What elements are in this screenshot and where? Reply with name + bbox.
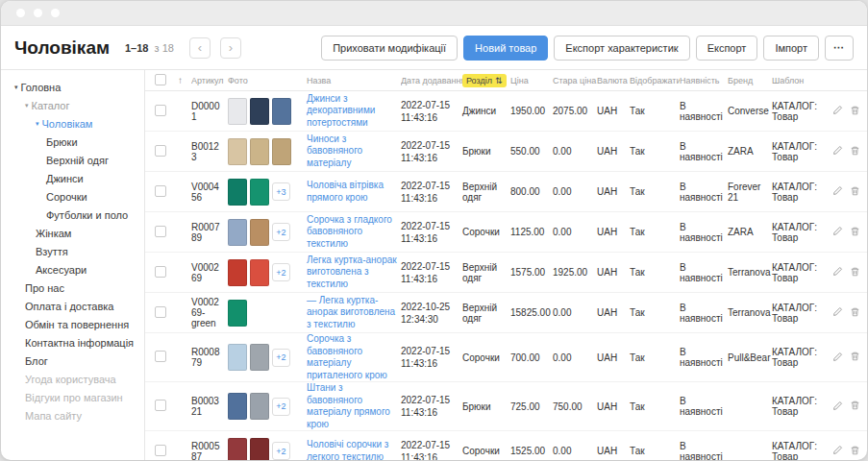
delete-button[interactable] [850,445,860,458]
cell-article: V000269-green [191,297,228,328]
category-tree-sidebar: ▾Головна▾Каталог▾ЧоловікамБрюкиВерхній о… [1,70,145,460]
cell-date: 2022-10-2512:34:30 [401,301,462,326]
column-header-price[interactable]: Ціна [510,76,553,85]
sidebar-item-13[interactable]: Обмін та повернення [1,315,144,333]
sidebar-item-11[interactable]: Про нас [1,279,144,297]
column-header-section-sorted[interactable]: Розділ ⇅ [462,74,510,87]
sidebar-item-4[interactable]: Верхній одяг [1,151,144,169]
product-name-link[interactable]: Сорочка з гладкого бавовняного текстилю [307,214,397,251]
delete-button[interactable] [850,145,860,158]
row-checkbox[interactable] [155,226,166,237]
product-name-link[interactable]: Легка куртка-анорак виготовлена з тексти… [307,255,397,291]
cell-section: Брюки [462,401,510,412]
delete-button[interactable] [850,105,860,118]
column-header-article[interactable]: Артикул [191,76,228,85]
order-sort-header[interactable]: ↑ [178,75,191,85]
product-name-link[interactable]: Чоловічі сорочки з легкого текстилю [307,439,397,460]
sidebar-item-15[interactable]: Блог [1,352,144,370]
cell-article: R000789 [191,222,228,243]
column-header-availability[interactable]: Наявність [680,76,728,85]
sidebar-item-6[interactable]: Сорочки [1,187,144,206]
window-control-dot[interactable] [51,9,60,17]
sidebar-item-8[interactable]: Жінкам [1,224,144,242]
product-photo-thumbnail [228,344,247,371]
edit-button[interactable] [832,105,843,118]
sidebar-item-10[interactable]: Аксесуари [1,260,144,279]
edit-button[interactable] [832,351,843,364]
sidebar-item-5[interactable]: Джинси [1,169,144,187]
cell-section: Сорочки [462,352,510,363]
edit-button[interactable] [832,400,843,413]
delete-button[interactable] [850,306,860,320]
edit-button[interactable] [832,226,843,239]
hide-modifications-button[interactable]: Приховати модифікації [321,36,458,61]
cell-section: Верхній одяг [462,182,510,203]
sidebar-item-1[interactable]: ▾Каталог [1,96,144,114]
page-header: Чоловікам 1–18 з 18 ‹ › Приховати модифі… [1,26,867,70]
sidebar-item-label: Чоловікам [42,118,93,130]
more-actions-button[interactable]: ⋯ [825,36,854,61]
row-checkbox-cell [155,226,178,239]
table-row: D00001Джинси з декоративними потертостям… [145,91,867,132]
row-checkbox[interactable] [155,351,166,362]
edit-button[interactable] [832,145,843,158]
row-checkbox[interactable] [155,400,166,411]
export-button[interactable]: Експорт [696,36,758,61]
export-characteristics-button[interactable]: Експорт характеристик [554,36,689,61]
row-checkbox[interactable] [155,266,166,278]
row-checkbox[interactable] [155,145,166,157]
sidebar-item-18[interactable]: Мапа сайту [1,406,144,425]
column-header-old-price[interactable]: Стара ціна [553,76,597,85]
column-header-display[interactable]: Відображати [630,76,680,85]
select-all-checkbox[interactable] [155,74,166,85]
window-control-dot[interactable] [34,9,42,17]
sidebar-item-12[interactable]: Оплата і доставка [1,297,144,315]
product-name-link[interactable]: Сорочка з бавовняного матеріалу притален… [307,333,397,381]
column-header-currency[interactable]: Валюта [597,76,630,85]
row-checkbox[interactable] [155,306,166,318]
cell-currency: UAH [597,267,630,278]
cell-display: Так [630,401,680,412]
sidebar-item-14[interactable]: Контактна інформація [1,333,144,352]
delete-button[interactable] [850,226,860,239]
column-header-brand[interactable]: Бренд [728,76,772,85]
sidebar-item-9[interactable]: Взуття [1,242,144,260]
sidebar-item-7[interactable]: Футболки и поло [1,206,144,224]
product-photo-thumbnail [228,179,247,206]
row-checkbox[interactable] [155,445,166,456]
product-name-link[interactable]: Чоловіча вітрівка прямого крою [307,180,397,204]
import-button[interactable]: Імпорт [763,36,819,61]
sidebar-item-16[interactable]: Угода користувача [1,370,144,388]
delete-button[interactable] [850,351,860,364]
sidebar-item-0[interactable]: ▾Головна [1,78,144,96]
column-header-name[interactable]: Назва [307,76,401,85]
cell-actions [826,306,860,320]
next-page-button[interactable]: › [220,37,241,59]
app-window: Чоловікам 1–18 з 18 ‹ › Приховати модифі… [1,1,867,460]
window-titlebar [1,1,867,26]
column-header-date[interactable]: Дата додавання [401,76,462,85]
product-name-link[interactable]: Штани з бавовняного матеріалу прямого кр… [307,382,397,430]
edit-button[interactable] [832,445,843,458]
edit-button[interactable] [832,185,843,199]
product-name-link[interactable]: Джинси з декоративними потертостями [307,93,397,130]
row-checkbox[interactable] [155,185,166,197]
pencil-icon [832,400,843,413]
edit-button[interactable] [832,306,843,320]
cell-section: Верхній одяг [462,303,510,324]
delete-button[interactable] [850,266,860,279]
column-header-template[interactable]: Шаблон [772,76,826,85]
product-name-link[interactable]: — Легка куртка-анорак виготовлена з текс… [307,295,397,331]
window-control-dot[interactable] [16,9,25,17]
edit-button[interactable] [832,266,843,279]
sidebar-item-17[interactable]: Відгуки про магазин [1,388,144,406]
prev-page-button[interactable]: ‹ [189,37,211,59]
row-checkbox[interactable] [155,105,166,116]
new-product-button[interactable]: Новий товар [463,36,548,61]
product-name-link[interactable]: Чиноси з бавовняного матеріалу [307,133,397,170]
sidebar-item-2[interactable]: ▾Чоловікам [1,114,144,133]
sidebar-item-3[interactable]: Брюки [1,133,144,151]
delete-button[interactable] [850,400,860,413]
time-value: 11:43:16 [401,451,459,461]
delete-button[interactable] [850,185,860,199]
